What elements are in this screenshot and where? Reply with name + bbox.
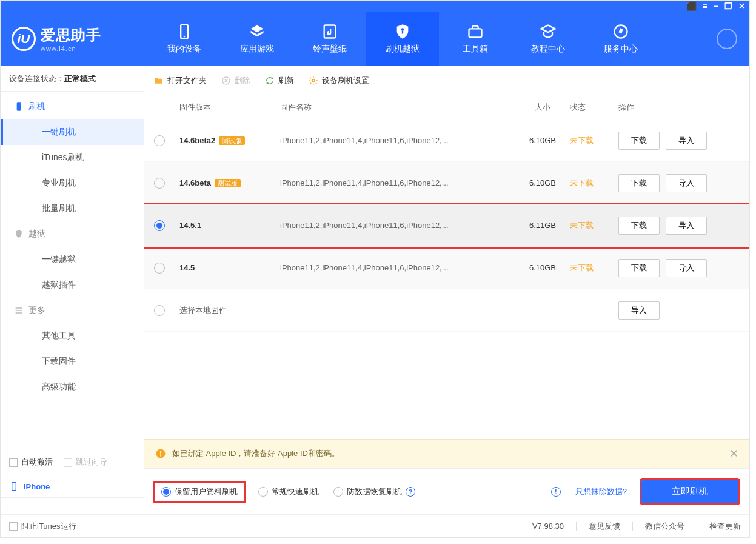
apps-icon bbox=[249, 23, 266, 40]
wechat-link[interactable]: 微信公众号 bbox=[645, 521, 684, 532]
import-button[interactable]: 导入 bbox=[666, 217, 707, 235]
status-cell: 未下载 bbox=[570, 263, 618, 274]
local-firmware-row[interactable]: 选择本地固件 导入 bbox=[144, 289, 749, 332]
size-cell: 6.10GB bbox=[515, 136, 570, 145]
delete-icon bbox=[221, 76, 231, 86]
toolbar: 打开文件夹 删除 刷新 设备刷机设置 bbox=[144, 66, 749, 95]
auto-activate-checkbox[interactable]: 自动激活 bbox=[9, 457, 53, 468]
status-cell: 未下载 bbox=[570, 220, 618, 231]
refresh-icon bbox=[265, 76, 275, 86]
brand-name: 爱思助手 bbox=[41, 25, 101, 45]
import-button[interactable]: 导入 bbox=[666, 259, 707, 277]
more-icon bbox=[14, 306, 24, 315]
radio-icon[interactable] bbox=[154, 178, 165, 189]
brand-url: www.i4.cn bbox=[41, 45, 101, 52]
minimize-icon[interactable]: − bbox=[714, 2, 718, 10]
add-device-area bbox=[1, 497, 144, 514]
table-row[interactable]: 14.5.1 iPhone11,2,iPhone11,4,iPhone11,6,… bbox=[144, 204, 749, 247]
close-icon[interactable]: ✕ bbox=[738, 2, 746, 10]
sidebar-item-advanced[interactable]: 高级功能 bbox=[1, 374, 144, 400]
warning-icon bbox=[155, 448, 166, 459]
folder-icon bbox=[154, 76, 164, 86]
refresh-button[interactable]: 刷新 bbox=[265, 75, 294, 86]
sidebar-group-more[interactable]: 更多 bbox=[1, 298, 144, 323]
wipe-data-link[interactable]: 只想抹除数据? bbox=[575, 486, 627, 497]
status-cell: 未下载 bbox=[570, 178, 618, 189]
name-cell: iPhone11,2,iPhone11,4,iPhone11,6,iPhone1… bbox=[280, 263, 515, 272]
sidebar-item-oneclick-jb[interactable]: 一键越狱 bbox=[1, 247, 144, 272]
svg-rect-8 bbox=[12, 482, 16, 490]
radio-icon bbox=[333, 487, 343, 497]
radio-icon[interactable] bbox=[154, 305, 165, 316]
header: iU 爱思助手 www.i4.cn 我的设备 应用游戏 铃声壁纸 刷机越狱 bbox=[1, 12, 749, 66]
sidebar-item-batch[interactable]: 批量刷机 bbox=[1, 196, 144, 221]
nav-service[interactable]: 服务中心 bbox=[584, 12, 657, 66]
svg-rect-7 bbox=[17, 102, 21, 110]
close-notice-icon[interactable]: ✕ bbox=[729, 447, 738, 460]
block-itunes-checkbox[interactable]: 阻止iTunes运行 bbox=[9, 521, 76, 532]
flash-option[interactable]: 保留用户资料刷机 bbox=[155, 483, 244, 501]
sidebar-item-download-fw[interactable]: 下载固件 bbox=[1, 349, 144, 374]
status-cell: 未下载 bbox=[570, 135, 618, 146]
size-cell: 6.10GB bbox=[515, 178, 570, 187]
download-button[interactable]: 下载 bbox=[618, 259, 660, 277]
logo: iU 爱思助手 www.i4.cn bbox=[12, 25, 124, 52]
sidebar-item-oneclick[interactable]: 一键刷机 bbox=[1, 119, 144, 145]
flash-option[interactable]: 防数据恢复刷机? bbox=[333, 486, 415, 497]
sidebar-item-other[interactable]: 其他工具 bbox=[1, 323, 144, 349]
sidebar-item-itunes[interactable]: iTunes刷机 bbox=[1, 145, 144, 170]
sidebar-group-flash[interactable]: 刷机 bbox=[1, 94, 144, 119]
download-button[interactable]: 下载 bbox=[618, 174, 660, 192]
import-button[interactable]: 导入 bbox=[666, 132, 707, 150]
table-row[interactable]: 14.6beta2测试版 iPhone11,2,iPhone11,4,iPhon… bbox=[144, 119, 749, 162]
version-cell: 14.5.1 bbox=[177, 221, 280, 230]
footer: 阻止iTunes运行 V7.98.30 意见反馈 微信公众号 检查更新 bbox=[1, 514, 749, 537]
nav-my-device[interactable]: 我的设备 bbox=[148, 12, 221, 66]
download-button[interactable]: 下载 bbox=[618, 217, 660, 235]
nav-toolbox[interactable]: 工具箱 bbox=[439, 12, 512, 66]
svg-rect-4 bbox=[402, 31, 403, 34]
device-tab[interactable]: iPhone bbox=[1, 475, 144, 497]
sidebar-item-pro[interactable]: 专业刷机 bbox=[1, 170, 144, 196]
flash-option[interactable]: 常规快速刷机 bbox=[258, 486, 319, 497]
delete-button[interactable]: 删除 bbox=[221, 75, 250, 86]
table-row[interactable]: 14.5 iPhone11,2,iPhone11,4,iPhone11,6,iP… bbox=[144, 247, 749, 289]
check-update-link[interactable]: 检查更新 bbox=[709, 521, 741, 532]
titlebar-btn[interactable]: ≡ bbox=[703, 2, 707, 10]
nav-tutorials[interactable]: 教程中心 bbox=[512, 12, 584, 66]
svg-point-1 bbox=[184, 36, 185, 37]
info-icon[interactable]: ? bbox=[406, 487, 415, 497]
nav-apps[interactable]: 应用游戏 bbox=[221, 12, 293, 66]
info-icon: ! bbox=[551, 487, 561, 497]
radio-icon[interactable] bbox=[154, 220, 165, 231]
download-indicator[interactable] bbox=[717, 29, 737, 49]
version-cell: 14.5 bbox=[177, 263, 280, 272]
lock-icon bbox=[14, 229, 24, 239]
sidebar: 设备连接状态： 正常模式 刷机 一键刷机 iTunes刷机 专业刷机 批量刷机 … bbox=[1, 66, 144, 514]
feedback-link[interactable]: 意见反馈 bbox=[589, 521, 620, 532]
device-icon bbox=[176, 23, 193, 40]
download-button[interactable]: 下载 bbox=[618, 132, 660, 150]
titlebar-btn[interactable]: ⬛ bbox=[686, 2, 697, 10]
import-button[interactable]: 导入 bbox=[618, 301, 660, 320]
open-folder-button[interactable]: 打开文件夹 bbox=[154, 75, 207, 86]
flash-now-button[interactable]: 立即刷机 bbox=[641, 480, 738, 503]
phone-icon bbox=[9, 482, 19, 491]
settings-button[interactable]: 设备刷机设置 bbox=[309, 75, 369, 86]
sidebar-group-jailbreak[interactable]: 越狱 bbox=[1, 221, 144, 247]
maximize-icon[interactable]: ❐ bbox=[724, 2, 732, 10]
connection-status: 设备连接状态： 正常模式 bbox=[1, 66, 144, 92]
sidebar-item-jb-plugins[interactable]: 越狱插件 bbox=[1, 272, 144, 298]
shield-icon bbox=[394, 23, 411, 40]
radio-icon[interactable] bbox=[154, 135, 165, 146]
phone-icon bbox=[14, 102, 24, 112]
import-button[interactable]: 导入 bbox=[666, 174, 707, 192]
nav-ringtones[interactable]: 铃声壁纸 bbox=[293, 12, 366, 66]
skip-guide-checkbox[interactable]: 跳过向导 bbox=[64, 457, 107, 468]
table-row[interactable]: 14.6beta测试版 iPhone11,2,iPhone11,4,iPhone… bbox=[144, 162, 749, 204]
svg-rect-13 bbox=[160, 455, 161, 457]
toolbox-icon bbox=[467, 23, 484, 40]
nav-flash[interactable]: 刷机越狱 bbox=[366, 12, 439, 66]
radio-icon[interactable] bbox=[154, 263, 165, 274]
svg-point-10 bbox=[312, 79, 315, 82]
